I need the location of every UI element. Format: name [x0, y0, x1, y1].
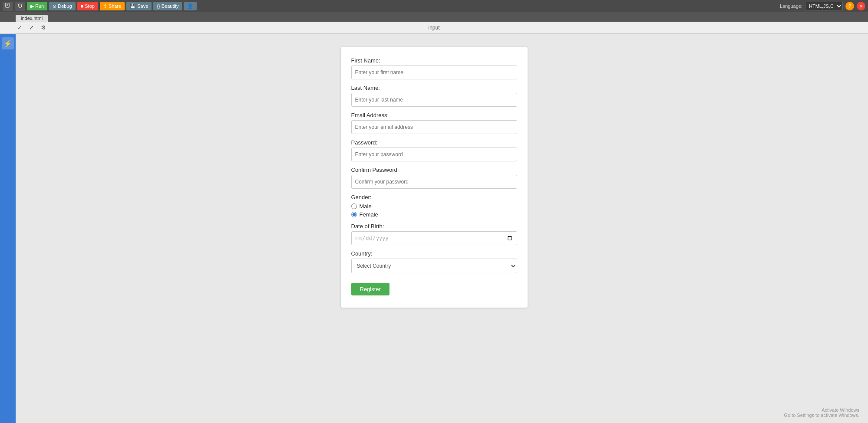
stop-button[interactable]: ■ Stop [77, 2, 98, 10]
tab-index-html[interactable]: index.html [16, 15, 48, 22]
male-label: Male [360, 203, 372, 210]
page-title: input [428, 25, 439, 31]
language-select[interactable]: HTML,JS,C [805, 2, 843, 10]
save-icon: 💾 [130, 3, 136, 9]
female-label: Female [360, 211, 378, 218]
gender-group: Gender: Male Female [351, 194, 517, 218]
last-name-label: Last Name: [351, 85, 517, 91]
confirm-password-group: Confirm Password: [351, 167, 517, 189]
debug-label: Debug [58, 3, 72, 9]
settings-btn[interactable]: ⚙ [39, 23, 48, 32]
main-content: ⚡ First Name: Last Name: Email Address: … [0, 34, 868, 423]
password-input[interactable] [351, 148, 517, 161]
stop-icon: ■ [81, 3, 84, 9]
register-button[interactable]: Register [351, 283, 389, 295]
radio-male-item[interactable]: Male [351, 203, 517, 210]
debug-icon: ⊙ [53, 3, 56, 9]
sidebar-lightning-icon[interactable]: ⚡ [2, 37, 14, 49]
user-icon: 👤 [187, 3, 193, 9]
dob-label: Date of Birth: [351, 223, 517, 230]
form-card: First Name: Last Name: Email Address: Pa… [341, 47, 528, 308]
radio-male[interactable] [351, 203, 357, 209]
run-label: Run [35, 3, 44, 9]
dob-input[interactable] [351, 231, 517, 245]
country-group: Country: Select Country United States Un… [351, 250, 517, 273]
share-button[interactable]: ⇪ Share [100, 2, 125, 10]
run-button[interactable]: ▶ Run [27, 2, 47, 10]
dob-group: Date of Birth: [351, 223, 517, 245]
left-sidebar: ⚡ [0, 34, 16, 423]
email-label: Email Address: [351, 112, 517, 118]
main-toolbar: ▶ Run ⊙ Debug ■ Stop ⇪ Share 💾 Save {} B… [0, 0, 868, 12]
sub-toolbar-left: ✓ ⤢ ⚙ [16, 23, 48, 32]
sub-toolbar: ✓ ⤢ ⚙ input [0, 22, 868, 34]
help-button[interactable]: ? [845, 2, 854, 10]
first-name-input[interactable] [351, 66, 517, 79]
last-name-input[interactable] [351, 93, 517, 107]
share-icon: ⇪ [103, 3, 107, 9]
toolbar-right: Language: HTML,JS,C ? ✕ [780, 2, 865, 10]
tab-bar: index.html [0, 12, 868, 22]
close-button[interactable]: ✕ [857, 2, 865, 10]
beautify-button[interactable]: {} Beautify [153, 2, 182, 10]
radio-female[interactable] [351, 212, 357, 217]
save-button[interactable]: 💾 Save [126, 2, 152, 10]
password-group: Password: [351, 139, 517, 161]
password-label: Password: [351, 139, 517, 146]
user-button[interactable]: 👤 [184, 2, 197, 10]
country-label: Country: [351, 250, 517, 257]
run-icon: ▶ [30, 3, 34, 9]
stop-label: Stop [85, 3, 95, 9]
save-label: Save [137, 3, 148, 9]
share-label: Share [109, 3, 121, 9]
language-label: Language: [780, 3, 802, 9]
expand-btn[interactable]: ⤢ [27, 23, 36, 32]
refresh-icon-btn[interactable] [15, 2, 25, 11]
activate-windows-line2: Go to Settings to activate Windows. [784, 413, 859, 418]
radio-female-item[interactable]: Female [351, 211, 517, 218]
collapse-btn[interactable]: ✓ [16, 23, 24, 32]
activate-windows-line1: Activate Windows [784, 407, 859, 413]
beautify-label: Beautify [162, 3, 179, 9]
email-input[interactable] [351, 120, 517, 134]
activate-windows: Activate Windows Go to Settings to activ… [784, 407, 859, 418]
email-group: Email Address: [351, 112, 517, 134]
radio-group: Male Female [351, 203, 517, 218]
confirm-password-input[interactable] [351, 175, 517, 189]
debug-button[interactable]: ⊙ Debug [49, 2, 75, 10]
country-select[interactable]: Select Country United States United King… [351, 259, 517, 273]
confirm-password-label: Confirm Password: [351, 167, 517, 173]
first-name-group: First Name: [351, 57, 517, 79]
last-name-group: Last Name: [351, 85, 517, 107]
gender-label: Gender: [351, 194, 517, 200]
first-name-label: First Name: [351, 57, 517, 64]
braces-icon: {} [157, 3, 160, 9]
file-icon-btn[interactable] [3, 2, 13, 11]
